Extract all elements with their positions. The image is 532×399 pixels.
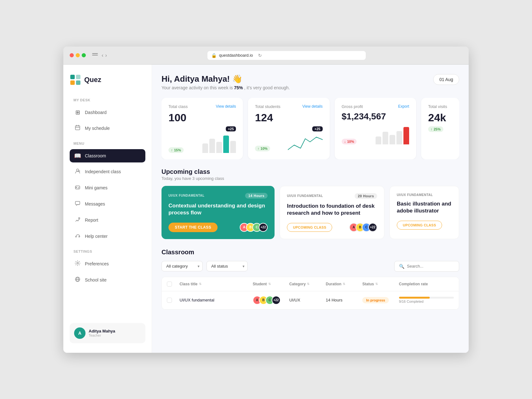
- independent-icon: [74, 168, 81, 175]
- sidebar-item-schoolsite-label: School site: [85, 277, 106, 282]
- svg-point-18: [79, 236, 80, 237]
- classroom-section: Classroom All category ▾ All status ▾: [162, 249, 459, 310]
- section-label-menu: MENU: [70, 142, 145, 145]
- stat-card-grossprofit: Gross profit Export $1,234,567 ↓ 10%: [335, 98, 416, 159]
- stat-badge-0: ↑ 15%: [168, 147, 184, 153]
- stat-chart-0: [202, 134, 236, 153]
- schoolsite-icon: [74, 276, 81, 284]
- select-all-checkbox[interactable]: [167, 282, 172, 287]
- th-student: Student ⇅: [253, 282, 289, 287]
- card-tag-0: UI/UX FUNDAMENTAL: [168, 194, 205, 197]
- messages-icon: [74, 200, 81, 208]
- stat-action-1[interactable]: View details: [302, 104, 323, 109]
- sort-icon[interactable]: ⇅: [375, 282, 378, 286]
- sidebar-item-schoolsite[interactable]: School site: [70, 273, 145, 287]
- classroom-title: Classroom: [162, 249, 459, 256]
- svg-rect-2: [70, 80, 75, 85]
- sidebar-item-helpcenter-label: Help center: [85, 234, 108, 239]
- upcoming-card-2: UI/UX FUNDAMENTAL Basic illustration and…: [390, 186, 459, 239]
- category-select[interactable]: All category: [162, 261, 203, 271]
- sidebar-item-messages[interactable]: Messages: [70, 197, 145, 211]
- sidebar-item-classroom[interactable]: 📖 Classroom: [70, 149, 145, 162]
- svg-point-16: [79, 218, 80, 219]
- sidebar-item-preferences[interactable]: Preferences: [70, 257, 145, 271]
- card-title-1: Introduction to foundation of desk resea…: [287, 203, 377, 217]
- avatar-count-1: +22: [368, 223, 377, 232]
- sort-icon[interactable]: ⇅: [199, 282, 201, 286]
- sidebar-item-report[interactable]: Report: [70, 213, 145, 227]
- sort-icon[interactable]: ⇅: [268, 282, 271, 286]
- user-role: Teacher: [89, 333, 115, 337]
- date-badge[interactable]: 01 Aug: [433, 74, 459, 85]
- sidebar-item-independent[interactable]: Independent class: [70, 165, 145, 179]
- filter-row: All category ▾ All status ▾ 🔍: [162, 261, 459, 272]
- back-button[interactable]: ‹: [102, 53, 103, 58]
- logo-area: Quez: [70, 74, 145, 86]
- forward-button[interactable]: ›: [105, 53, 107, 58]
- completion-fill: [399, 297, 430, 299]
- sidebar-item-helpcenter[interactable]: Help center: [70, 230, 145, 243]
- minimize-button[interactable]: [76, 53, 80, 57]
- card-tag-2: UI/UX FUNDAMENTAL: [397, 193, 433, 197]
- url-text: questdashboard.io: [219, 53, 253, 58]
- chart-badge-0: +25: [226, 126, 236, 131]
- card-title-2: Basic illustration and adobe illustrator: [397, 200, 452, 214]
- row-checkbox-0[interactable]: [167, 298, 172, 303]
- schedule-icon: [74, 125, 81, 132]
- status-select[interactable]: All status: [206, 261, 248, 271]
- stat-badge-3: ↑ 25%: [428, 126, 443, 132]
- section-label-mydesk: MY DESK: [70, 98, 145, 102]
- row-status-0: In progress: [362, 297, 399, 303]
- sort-icon[interactable]: ⇅: [307, 282, 309, 286]
- sidebar-item-report-label: Report: [85, 218, 98, 223]
- classroom-icon: 📖: [74, 152, 81, 159]
- stat-action-2[interactable]: Export: [398, 104, 409, 109]
- start-class-button[interactable]: START THE CLASS: [168, 223, 218, 232]
- line-chart-students: [288, 134, 323, 151]
- svg-rect-4: [75, 126, 80, 130]
- stat-label-2: Gross profit: [342, 104, 363, 109]
- th-completion: Completion rate: [399, 282, 454, 287]
- svg-rect-1: [76, 75, 80, 79]
- upcoming-card-1: UI/UX FUNDAMENTAL 20 Hours Introduction …: [280, 186, 384, 239]
- user-profile-card[interactable]: A Aditya Mahya Teacher: [70, 323, 145, 343]
- user-name: Aditya Mahya: [89, 329, 115, 333]
- stat-label-3: Total visits: [428, 104, 447, 109]
- svg-rect-0: [70, 75, 75, 79]
- stat-label-0: Total class: [168, 104, 188, 109]
- stat-value-0: 100: [168, 111, 236, 124]
- section-label-settings: SETTINGS: [70, 250, 145, 253]
- card-title-0: Contextual understanding and design proc…: [168, 202, 268, 216]
- sidebar-item-dashboard[interactable]: ⊞ Dashboard: [70, 106, 145, 119]
- th-duration: Duration ⇅: [326, 282, 362, 287]
- upcoming-title: Upcoming class: [162, 168, 459, 175]
- dashboard-icon: ⊞: [74, 109, 81, 116]
- sidebar-item-schedule[interactable]: My schedule: [70, 122, 145, 135]
- sort-icon[interactable]: ⇅: [343, 282, 345, 286]
- search-input[interactable]: [407, 264, 454, 269]
- upcoming-class-button-1[interactable]: UPCOMING CLASS: [287, 223, 332, 232]
- sidebar-item-minigames[interactable]: Mini games: [70, 181, 145, 195]
- maximize-button[interactable]: [82, 53, 86, 57]
- card-hours-1: 20 Hours: [355, 193, 377, 199]
- table-header: Class title ⇅ Student ⇅ Category ⇅ Dur: [162, 277, 459, 291]
- sidebar-toggle-button[interactable]: [92, 53, 98, 58]
- stat-action-0[interactable]: View details: [216, 104, 236, 109]
- completion-bar: [399, 297, 454, 299]
- table-row: UI/UX fundamental A B C +22 UI/UX 14 Hou…: [162, 291, 459, 309]
- status-badge: In progress: [362, 297, 389, 303]
- reload-button[interactable]: ↻: [258, 53, 262, 58]
- svg-point-11: [79, 187, 79, 187]
- status-select-wrapper: All status ▾: [206, 261, 248, 271]
- avatar-count-0: +22: [259, 223, 268, 232]
- upcoming-subtitle: Today, you have 3 upcoming class: [162, 176, 459, 181]
- svg-rect-15: [75, 201, 80, 205]
- url-bar[interactable]: 🔒 questdashboard.io ↻: [207, 51, 366, 60]
- avatar-stack-1: A B C +22: [349, 223, 377, 232]
- stat-value-2: $1,234,567: [342, 111, 409, 122]
- stat-card-totalstudents: Total students View details 124 ↑ 10% +2…: [248, 98, 329, 159]
- sidebar-item-classroom-label: Classroom: [85, 153, 106, 158]
- upcoming-class-button-2[interactable]: UPCOMING CLASS: [397, 221, 442, 230]
- sidebar: Quez MY DESK ⊞ Dashboard My schedule MEN…: [63, 65, 152, 353]
- close-button[interactable]: [70, 53, 74, 57]
